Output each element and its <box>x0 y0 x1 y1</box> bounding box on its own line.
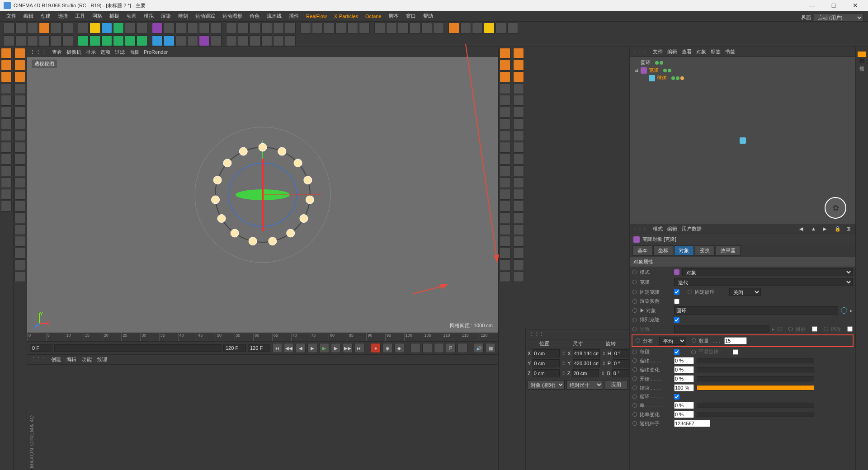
lc2-btn-12[interactable] <box>14 189 25 200</box>
attr-lock-icon[interactable]: 🔒 <box>835 226 841 232</box>
lc1-btn-6[interactable] <box>1 118 12 129</box>
goto-end-button[interactable]: ⏭ <box>354 343 364 353</box>
rc2-btn-15[interactable] <box>513 224 524 235</box>
offset-input[interactable] <box>674 357 694 364</box>
rc1-btn-9[interactable] <box>500 154 510 164</box>
menu-2[interactable]: 创建 <box>38 12 53 20</box>
tb1-btn-20[interactable] <box>250 23 260 33</box>
object-clear-icon[interactable]: ▸ <box>850 308 853 314</box>
om-tab-3[interactable]: 对象 <box>696 49 706 54</box>
tb1-btn-12[interactable] <box>152 23 163 33</box>
layout-dropdown[interactable]: 启动 (用户) <box>814 14 863 22</box>
tb1-btn-30[interactable] <box>374 23 385 33</box>
lc1-btn-1[interactable] <box>1 60 12 70</box>
attr-nav-fwd[interactable]: ▶ <box>823 226 829 232</box>
menu-19[interactable]: 脚本 <box>386 12 401 20</box>
lc2-btn-1[interactable] <box>14 60 25 70</box>
menu-12[interactable]: 运动图形 <box>220 12 245 20</box>
tb1-btn-34[interactable] <box>421 23 432 33</box>
vp-menu-1[interactable]: 摄像机 <box>66 49 81 55</box>
fixclone-checkbox[interactable] <box>674 289 679 295</box>
instance-checkbox[interactable] <box>674 299 679 304</box>
end-slider[interactable] <box>697 385 814 390</box>
tb2-btn-2[interactable] <box>27 35 38 46</box>
mat-tab-3[interactable]: 纹理 <box>97 356 107 363</box>
rc2-btn-8[interactable] <box>513 142 524 153</box>
current-frame-input[interactable] <box>30 344 52 352</box>
rc2-btn-7[interactable] <box>513 130 524 141</box>
vp-menu-6[interactable]: ProRender <box>144 49 168 55</box>
tb1-btn-26[interactable] <box>324 23 335 33</box>
prev-frame-button[interactable]: ◀ <box>296 343 306 353</box>
offsetvar-slider[interactable] <box>697 367 814 372</box>
rail-link-field[interactable] <box>674 325 769 333</box>
tb1-btn-40[interactable] <box>495 23 506 33</box>
ratevar-input[interactable] <box>674 411 694 418</box>
lc2-btn-8[interactable] <box>14 142 25 153</box>
target-checkbox[interactable] <box>812 326 817 332</box>
mat-tab-0[interactable]: 创建 <box>51 356 61 363</box>
lc1-btn-11[interactable] <box>1 177 12 188</box>
vp-menu-5[interactable]: 面板 <box>129 49 139 55</box>
rc1-btn-16[interactable] <box>500 236 510 247</box>
tb1-btn-8[interactable] <box>101 23 112 33</box>
rc1-btn-0[interactable] <box>500 48 510 59</box>
subtab-4[interactable]: 效果器 <box>716 245 741 256</box>
attr-menu-icon[interactable]: ⊞ <box>846 226 853 232</box>
play-button[interactable]: ▶ <box>319 343 329 353</box>
menu-7[interactable]: 动画 <box>124 12 139 20</box>
autokey-button[interactable]: ◉ <box>382 343 392 353</box>
lc2-btn-7[interactable] <box>14 130 25 141</box>
loop-checkbox[interactable] <box>674 394 679 400</box>
tb2-btn-22[interactable] <box>273 35 284 46</box>
menu-18[interactable]: Octane <box>363 13 384 20</box>
tb2-btn-13[interactable] <box>164 35 175 46</box>
tb1-btn-25[interactable] <box>312 23 323 33</box>
rc1-btn-2[interactable] <box>500 71 510 82</box>
seed-input[interactable] <box>674 420 710 427</box>
coord-mode-1[interactable]: 对象 (相对) <box>528 380 565 390</box>
rc1-btn-10[interactable] <box>500 165 510 176</box>
align-checkbox[interactable] <box>674 317 679 323</box>
rc2-btn-1[interactable] <box>513 60 524 70</box>
vp-menu-2[interactable]: 显示 <box>86 49 96 55</box>
tb1-btn-18[interactable] <box>226 23 237 33</box>
start-slider[interactable] <box>697 376 814 381</box>
menu-21[interactable]: 帮助 <box>420 12 436 20</box>
menu-0[interactable]: 文件 <box>4 12 19 20</box>
rc2-btn-18[interactable] <box>513 259 524 270</box>
lc1-btn-3[interactable] <box>1 83 12 94</box>
tb1-btn-37[interactable] <box>460 23 471 33</box>
subtab-2[interactable]: 对象 <box>674 245 694 256</box>
rc1-btn-1[interactable] <box>500 60 510 70</box>
tb2-btn-10[interactable] <box>125 35 136 46</box>
tb1-btn-14[interactable] <box>175 23 186 33</box>
tb1-btn-38[interactable] <box>472 23 483 33</box>
rc1-btn-13[interactable] <box>500 201 510 212</box>
lc2-btn-3[interactable] <box>14 83 25 94</box>
rate-input[interactable] <box>674 402 694 409</box>
sound-button[interactable]: 🔊 <box>474 343 484 353</box>
play-back-button[interactable]: ▶ <box>307 343 317 353</box>
rc1-btn-4[interactable] <box>500 95 510 106</box>
tb1-btn-27[interactable] <box>335 23 346 33</box>
tb2-btn-12[interactable] <box>152 35 163 46</box>
attr-tab-0[interactable]: 模式 <box>653 226 663 231</box>
tb2-btn-1[interactable] <box>15 35 26 46</box>
tb1-btn-16[interactable] <box>199 23 210 33</box>
rec-rot-button[interactable] <box>434 343 444 353</box>
rc2-btn-10[interactable] <box>513 165 524 176</box>
tb2-btn-5[interactable] <box>62 35 73 46</box>
tb1-btn-23[interactable] <box>285 23 296 33</box>
distribution-dropdown[interactable]: 平均 <box>659 337 686 345</box>
attr-tab-1[interactable]: 编辑 <box>667 226 677 231</box>
range-end-input[interactable] <box>223 344 246 352</box>
menu-11[interactable]: 运动跟踪 <box>193 12 218 20</box>
tb1-btn-32[interactable] <box>398 23 409 33</box>
vp-menu-4[interactable]: 过滤 <box>115 49 125 55</box>
lc1-btn-9[interactable] <box>1 154 12 164</box>
end-input[interactable] <box>674 384 694 391</box>
tb2-btn-3[interactable] <box>39 35 50 46</box>
subtab-3[interactable]: 变换 <box>695 245 715 256</box>
rc1-btn-15[interactable] <box>500 224 510 235</box>
